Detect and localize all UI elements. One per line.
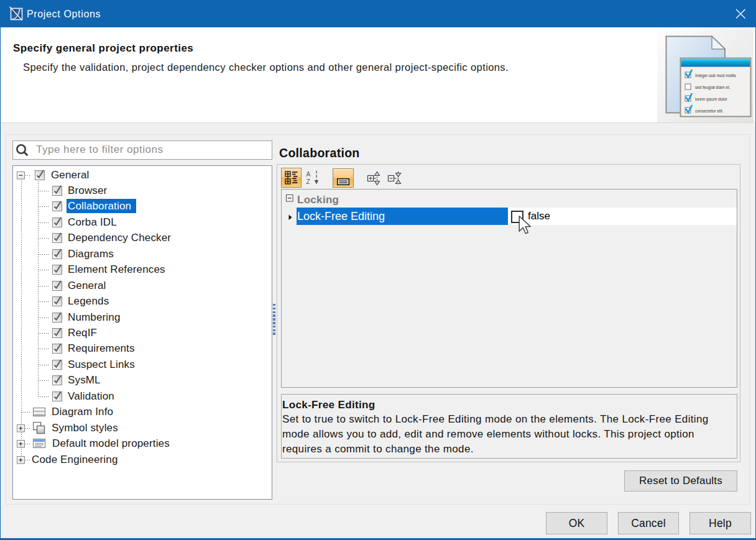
svg-text:Integer-sub mod mollis: Integer-sub mod mollis xyxy=(695,73,736,78)
svg-text:consectetur elit.: consectetur elit. xyxy=(695,109,724,113)
svg-text:sed feugiat diam et.: sed feugiat diam et. xyxy=(695,85,731,90)
svg-text:lorem ipsum dolor: lorem ipsum dolor xyxy=(695,97,727,102)
svg-text:Z: Z xyxy=(307,178,310,185)
svg-text:A: A xyxy=(307,171,311,178)
